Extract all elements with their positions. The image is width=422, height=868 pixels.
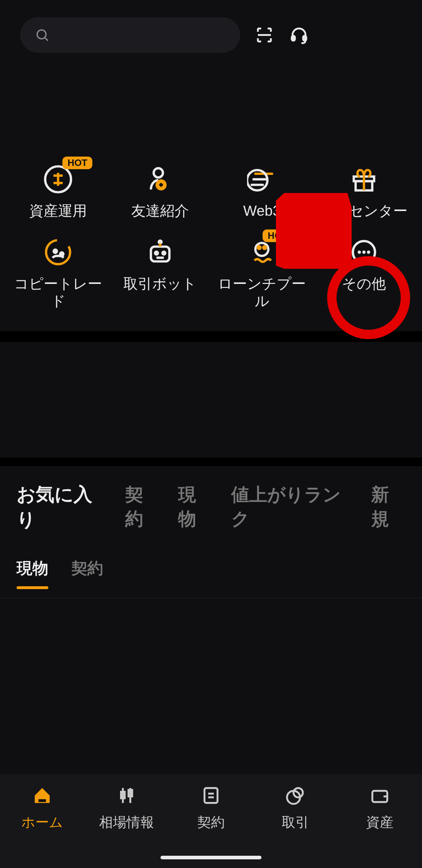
nav-markets[interactable]: 相場情報 <box>84 784 169 832</box>
svg-rect-24 <box>39 799 46 802</box>
tab-new[interactable]: 新規 <box>371 483 405 531</box>
tile-asset-management[interactable]: HOT 資産運用 <box>7 165 109 219</box>
headset-icon <box>289 25 309 45</box>
bottom-nav: ホーム 相場情報 契約 取引 資産 <box>0 774 422 868</box>
svg-point-10 <box>53 249 58 254</box>
market-tabs: お気に入り 契約 現物 値上がりランク 新規 <box>0 466 422 532</box>
robot-icon <box>145 237 175 267</box>
tab-gainers[interactable]: 値上がりランク <box>231 483 352 531</box>
tile-rewards-center[interactable]: 特典センター <box>313 165 415 219</box>
nav-label: 取引 <box>282 813 309 832</box>
launchpool-icon: HOT <box>247 237 277 267</box>
svg-point-4 <box>154 168 163 177</box>
tile-label: 特典センター <box>320 202 408 219</box>
hot-badge: HOT <box>263 229 293 242</box>
quick-access-grid: HOT 資産運用 友達紹介 Web3 <box>0 165 422 310</box>
web3-icon <box>247 165 277 194</box>
swap-icon <box>284 784 307 807</box>
coin-stack-icon: HOT <box>43 165 73 194</box>
svg-point-21 <box>362 251 365 254</box>
svg-point-22 <box>367 251 370 254</box>
svg-point-0 <box>37 30 46 39</box>
tile-web3[interactable]: Web3 <box>211 165 313 219</box>
tile-label: 取引ボット <box>123 275 197 292</box>
nav-label: 資産 <box>366 813 394 832</box>
svg-rect-12 <box>151 247 169 262</box>
subtab-spot[interactable]: 現物 <box>17 558 48 579</box>
svg-point-14 <box>155 252 158 255</box>
tile-label: ローンチプー ル <box>218 275 306 310</box>
svg-rect-1 <box>292 36 295 41</box>
tile-label: 資産運用 <box>29 202 87 219</box>
support-button[interactable] <box>289 25 309 45</box>
person-add-icon <box>145 165 175 194</box>
divider <box>0 457 422 466</box>
svg-rect-2 <box>303 36 306 41</box>
more-icon <box>349 237 379 267</box>
tile-trading-bot[interactable]: 取引ボット <box>109 237 211 310</box>
nav-label: 契約 <box>197 813 225 832</box>
svg-point-9 <box>46 240 70 264</box>
search-icon <box>35 27 50 43</box>
tab-spot[interactable]: 現物 <box>178 483 212 531</box>
tile-label: 友達紹介 <box>131 202 189 219</box>
svg-point-17 <box>258 246 261 249</box>
nav-trade[interactable]: 取引 <box>253 784 338 832</box>
tile-more[interactable]: その他 <box>313 237 415 310</box>
nav-futures[interactable]: 契約 <box>169 784 253 832</box>
scan-button[interactable] <box>254 25 275 45</box>
tab-favorites[interactable]: お気に入り <box>17 482 106 532</box>
copy-trade-icon <box>43 237 73 267</box>
nav-assets[interactable]: 資産 <box>338 784 422 832</box>
search-input[interactable] <box>20 17 240 53</box>
tab-futures[interactable]: 契約 <box>125 483 159 531</box>
nav-label: 相場情報 <box>99 813 154 832</box>
wallet-icon <box>369 784 391 807</box>
svg-point-20 <box>357 251 361 254</box>
hero-banner <box>0 53 422 165</box>
subtab-futures[interactable]: 契約 <box>71 558 103 579</box>
svg-rect-27 <box>205 788 217 803</box>
candles-icon <box>115 784 138 807</box>
divider <box>0 331 422 342</box>
tile-label: Web3 <box>243 202 281 219</box>
header <box>0 0 422 53</box>
tile-launchpool[interactable]: HOT ローンチプー ル <box>211 237 313 310</box>
nav-home[interactable]: ホーム <box>0 784 84 832</box>
nav-label: ホーム <box>21 813 63 832</box>
svg-point-18 <box>263 246 266 249</box>
tile-copy-trade[interactable]: コピートレー ド <box>7 237 109 310</box>
tile-label: その他 <box>342 275 386 292</box>
gift-icon <box>349 165 379 194</box>
svg-point-13 <box>159 241 162 244</box>
home-icon <box>31 784 53 807</box>
market-subtabs: 現物 契約 <box>0 532 422 588</box>
divider <box>0 598 422 598</box>
tile-label: コピートレー ド <box>14 275 102 310</box>
scan-icon <box>255 25 274 45</box>
hot-badge: HOT <box>62 157 92 169</box>
svg-point-15 <box>162 252 165 255</box>
home-indicator <box>161 856 261 859</box>
mid-banner <box>0 342 422 457</box>
svg-point-16 <box>255 243 268 256</box>
contract-icon <box>200 784 222 807</box>
tile-referral[interactable]: 友達紹介 <box>109 165 211 219</box>
